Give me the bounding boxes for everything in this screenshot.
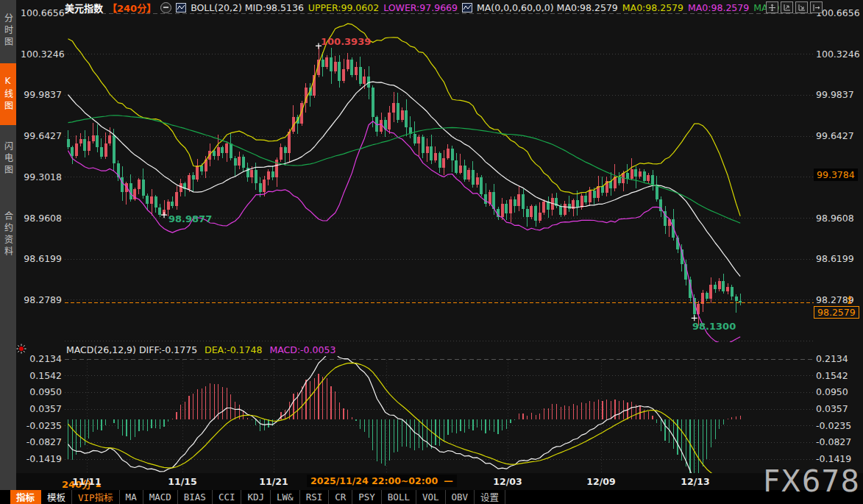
low-price-annotation-2: 98.1300 (692, 321, 736, 332)
toolbar-item-9[interactable]: RSI (300, 490, 330, 504)
toolbar-item-8[interactable]: LW& (271, 490, 300, 504)
toolbar-item-6[interactable]: CCI (213, 490, 242, 504)
toolbar-item-15[interactable]: 设置 (475, 490, 505, 504)
ma-values: MA(0,0,0,60,0,0) MA0:98.2579 (477, 2, 618, 13)
macd-value: MACD:-0.0053 (269, 344, 335, 355)
price-axis-label-left: 99.3018 (21, 171, 62, 182)
symbol-name: 美元指数 (65, 1, 103, 15)
macd-axis-label-left: 0.2134 (21, 353, 62, 364)
x-axis-label: 12/03 (493, 476, 522, 487)
x-axis-label: 11/11 (72, 476, 101, 487)
x-axis-label: 12/13 (681, 476, 709, 487)
pane-layout-left-button[interactable] (781, 1, 793, 13)
toolbar-item-7[interactable]: KDJ (241, 490, 271, 504)
move-tool-button[interactable] (766, 1, 778, 13)
toolbar-item-5[interactable]: BIAS (178, 490, 213, 504)
x-axis-label: 11/15 (168, 476, 196, 487)
price-axis-label-right: 99.9837 (816, 89, 862, 100)
high-price-annotation: 100.3939 (321, 36, 371, 47)
macd-axis-label-right: 0.2134 (816, 353, 862, 364)
indicator-toolbar: 指标模板VIP指标MAMACDBIASCCIKDJLW&RSICRPSYBOLL… (0, 490, 863, 504)
macd-axis-label-left: -0.1419 (21, 453, 62, 464)
macd-header: MACD(26,12,9) DIFF:-0.1775 DEA:-0.1748 M… (66, 344, 335, 355)
price-axis-label-left: 100.3246 (21, 49, 62, 60)
price-axis-label-right: 100.6656 (816, 7, 862, 18)
crosshair-price-readout: 99.3784 (814, 168, 858, 181)
macd-axis-label-left: -0.0235 (21, 420, 62, 431)
price-up-arrows-icon: ▲ ▲ (848, 295, 851, 304)
macd-axis-label-right: 0.0357 (816, 403, 862, 414)
sidebar-tab-timeline[interactable]: 分时图 (0, 3, 16, 59)
price-axis-label-right: 98.2789 (816, 294, 862, 305)
price-axis-label-left: 98.9608 (21, 213, 62, 224)
chart-canvas[interactable] (0, 0, 863, 504)
boll-values: BOLL(20,2) MID:98.5136 (191, 2, 304, 13)
macd-axis-label-right: 0.0950 (816, 386, 862, 397)
title-bar: 美元指数 【240分】 BOLL(20,2) MID:98.5136 UPPER… (65, 1, 789, 13)
price-axis-label-left: 99.9837 (21, 89, 62, 100)
pane-layout-right-button[interactable] (795, 1, 808, 13)
boll-indicator-icon[interactable] (176, 3, 186, 13)
price-axis-label-left: 99.6427 (21, 130, 62, 141)
sidebar: 分时图 K线图 闪电图 合约资料 (0, 0, 16, 490)
collapse-icon[interactable] (160, 2, 171, 13)
ma0-magenta-value: MA0:98.2579 (688, 2, 749, 13)
price-axis-label-right: 98.6199 (816, 253, 862, 264)
period-badge: 【240分】 (107, 1, 156, 15)
pane-expand-button[interactable] (810, 1, 823, 13)
chart-window: 分时图 K线图 闪电图 合约资料 美元指数 【240分】 BOLL(20,2) … (0, 0, 863, 504)
price-axis-label-right: 98.9608 (816, 213, 862, 224)
toolbar-item-2[interactable]: VIP指标 (72, 490, 120, 504)
ma0-yellow-value: MA0:98.2579 (622, 2, 683, 13)
toolbar-item-3[interactable]: MA (120, 490, 143, 504)
price-axis-label-right: 99.6427 (816, 130, 862, 141)
x-axis-label: 12/09 (586, 476, 615, 487)
macd-axis-label-left: 0.1542 (21, 370, 62, 381)
sidebar-tab-lightning[interactable]: 闪电图 (0, 129, 16, 188)
x-axis-label: 11/21 (259, 476, 288, 487)
macd-diff-value: MACD(26,12,9) DIFF:-0.1775 (66, 344, 197, 355)
toolbar-item-11[interactable]: PSY (352, 490, 382, 504)
macd-axis-label-left: -0.0827 (21, 436, 62, 447)
sidebar-tab-contract-info[interactable]: 合约资料 (0, 196, 16, 274)
window-tools (766, 1, 823, 13)
toolbar-item-14[interactable]: OBV (446, 490, 475, 504)
toolbar-item-4[interactable]: MACD (143, 490, 178, 504)
price-axis-label-left: 98.6199 (21, 253, 62, 264)
macd-axis-label-right: -0.1419 (816, 453, 862, 464)
range-dash-icon: — (444, 475, 453, 486)
watermark: FX678 (763, 466, 860, 496)
ma-indicator-icon[interactable] (462, 3, 472, 13)
macd-dea-value: DEA:-0.1748 (205, 344, 262, 355)
toolbar-item-10[interactable]: CR (329, 490, 352, 504)
boll-upper-value: UPPER:99.0602 (308, 2, 379, 13)
price-axis-label-left: 100.6656 (21, 7, 62, 18)
selected-bar-time-range: 2025/11/24 22:00~02:00 — (307, 475, 457, 487)
toolbar-item-1[interactable]: 模板 (41, 490, 72, 504)
low-price-annotation-1: 98.9877 (168, 213, 212, 224)
price-axis-label-left: 98.2789 (21, 294, 62, 305)
last-price-readout: 98.2579 (814, 306, 859, 319)
price-axis-label-right: 100.3246 (816, 49, 862, 60)
macd-axis-label-right: -0.0235 (816, 420, 862, 431)
macd-axis-label-left: 0.0950 (21, 386, 62, 397)
toolbar-item-0[interactable]: 指标 (10, 490, 41, 504)
macd-axis-label-left: 0.0357 (21, 403, 62, 414)
indicator-alert-icon[interactable] (16, 343, 26, 357)
macd-axis-label-right: 0.1542 (816, 370, 862, 381)
toolbar-item-13[interactable]: VOL (416, 490, 446, 504)
boll-lower-value: LOWER:97.9669 (383, 2, 458, 13)
toolbar-item-12[interactable]: BOLL (382, 490, 416, 504)
sidebar-tab-kline[interactable]: K线图 (0, 63, 16, 125)
macd-axis-label-right: -0.0827 (816, 436, 862, 447)
